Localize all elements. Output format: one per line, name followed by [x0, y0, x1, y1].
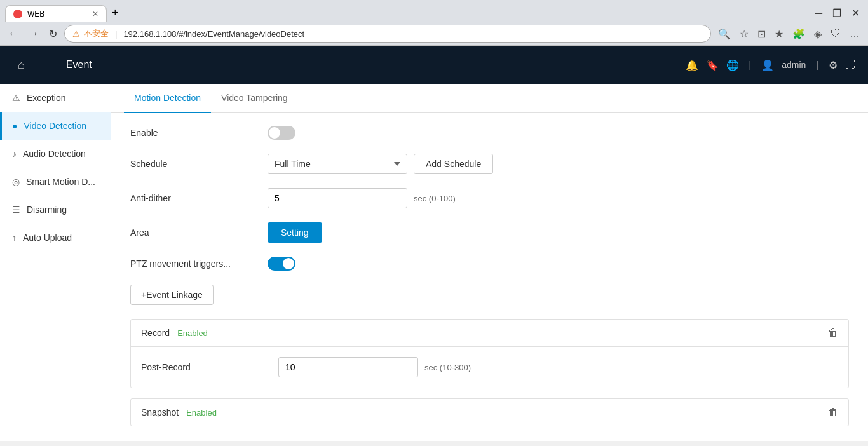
search-icon[interactable]: 🔍	[715, 26, 734, 42]
post-record-input[interactable]	[278, 357, 418, 377]
username: admin	[782, 60, 806, 70]
anti-dither-control: sec (0-100)	[268, 188, 456, 208]
security-warning: ⚠	[72, 29, 80, 39]
enable-label: Enable	[130, 128, 257, 138]
enable-control	[268, 126, 295, 140]
close-button[interactable]: ✕	[848, 5, 863, 21]
content-area: Motion Detection Video Tampering Enable	[111, 84, 868, 441]
record-delete-button[interactable]: 🗑	[828, 327, 838, 339]
warning-text: 不安全	[84, 28, 109, 39]
globe-icon[interactable]: 🌐	[726, 59, 739, 71]
action-bar: Apply Refresh Default	[130, 436, 849, 441]
ptz-toggle[interactable]	[268, 257, 295, 271]
tab-video-tampering[interactable]: Video Tampering	[211, 84, 298, 113]
schedule-label: Schedule	[130, 159, 257, 169]
toggle-slider	[268, 126, 295, 140]
area-label: Area	[130, 227, 257, 238]
sidebar-video-detection-label: Video Detection	[24, 121, 86, 131]
address-separator: |	[115, 29, 117, 39]
snapshot-status: Enabled	[186, 408, 217, 417]
header-title: Event	[66, 59, 92, 71]
disarming-icon: ☰	[12, 205, 20, 215]
browser-toolbar: ← → ↻ ⚠ 不安全 | 192.168.1.108/#/index/Even…	[0, 22, 868, 45]
sidebar-auto-upload-label: Auto Upload	[23, 233, 72, 243]
video-detection-icon: ●	[12, 121, 17, 131]
anti-dither-input[interactable]	[268, 188, 407, 208]
tab-close-button[interactable]: ✕	[92, 10, 98, 18]
exception-icon: ⚠	[12, 93, 20, 103]
tab-motion-detection[interactable]: Motion Detection	[124, 84, 211, 113]
auto-upload-icon: ↑	[12, 233, 17, 243]
anti-dither-label: Anti-dither	[130, 193, 257, 203]
bell-icon[interactable]: 🔔	[686, 59, 698, 71]
ptz-control	[268, 257, 295, 271]
fullscreen-icon[interactable]: ⛶	[845, 59, 855, 71]
app-header: ⌂ Event 🔔 🔖 🌐 | 👤 admin | ⚙ ⛶	[0, 46, 868, 84]
post-record-row: Post-Record sec (10-300)	[141, 357, 838, 377]
area-control: Setting	[268, 222, 322, 243]
enable-toggle[interactable]	[268, 126, 295, 140]
back-button[interactable]: ←	[5, 26, 22, 41]
snapshot-delete-button[interactable]: 🗑	[828, 407, 838, 418]
snapshot-card-header: Snapshot Enabled 🗑	[131, 399, 848, 426]
user-icon: 👤	[761, 59, 774, 71]
event-linkage-row: +Event Linkage	[130, 285, 849, 305]
main-layout: ⚠ Exception ● Video Detection ♪ Audio De…	[0, 84, 868, 441]
sidebar-item-audio-detection[interactable]: ♪ Audio Detection	[0, 140, 111, 168]
event-linkage-button[interactable]: +Event Linkage	[130, 285, 214, 305]
sidebar-item-auto-upload[interactable]: ↑ Auto Upload	[0, 224, 111, 252]
header-user-divider: |	[749, 60, 752, 70]
ptz-toggle-slider	[268, 257, 295, 271]
post-record-label: Post-Record	[141, 362, 268, 372]
audio-detection-icon: ♪	[12, 149, 17, 159]
new-tab-button[interactable]: +	[107, 4, 124, 22]
home-button[interactable]: ⌂	[13, 56, 30, 74]
record-title: Record	[141, 328, 170, 338]
record-card-body: Post-Record sec (10-300)	[131, 346, 848, 388]
sidebar-item-smart-motion[interactable]: ◎ Smart Motion D...	[0, 168, 111, 196]
sidebar-item-exception[interactable]: ⚠ Exception	[0, 84, 111, 112]
sidebar-audio-detection-label: Audio Detection	[23, 149, 86, 159]
ptz-label: PTZ movement triggers...	[130, 259, 257, 269]
app-container: ⌂ Event 🔔 🔖 🌐 | 👤 admin | ⚙ ⛶ ⚠ Exceptio…	[0, 46, 868, 441]
copilot-icon[interactable]: ◈	[811, 26, 825, 42]
tabs-bar: Motion Detection Video Tampering	[111, 84, 868, 113]
more-tools-icon[interactable]: …	[846, 26, 863, 41]
browser-shield-icon[interactable]: 🛡	[827, 26, 844, 41]
schedule-select[interactable]: Full Time Custom	[268, 154, 407, 174]
address-bar[interactable]: ⚠ 不安全 | 192.168.1.108/#/index/EventManag…	[64, 25, 711, 43]
settings-icon[interactable]: ⚙	[829, 59, 837, 71]
browser-titlebar: WEB ✕ + ─ ❐ ✕	[0, 0, 868, 22]
browser-tabs: WEB ✕ +	[5, 4, 124, 22]
snapshot-card: Snapshot Enabled 🗑	[130, 398, 849, 426]
record-card: Record Enabled 🗑 Post-Record sec (10-300…	[130, 319, 849, 388]
sidebar-disarming-label: Disarming	[27, 205, 67, 215]
reload-button[interactable]: ↻	[46, 26, 60, 42]
restore-button[interactable]: ❐	[829, 5, 844, 21]
minimize-button[interactable]: ─	[812, 5, 825, 21]
browser-tab[interactable]: WEB ✕	[5, 5, 107, 22]
collections-icon[interactable]: ⊡	[754, 26, 769, 42]
extensions-icon[interactable]: 🧩	[789, 26, 808, 42]
area-setting-button[interactable]: Setting	[268, 222, 322, 243]
header-right: 🔔 🔖 🌐 | 👤 admin | ⚙ ⛶	[686, 59, 855, 71]
address-url: 192.168.1.108/#/index/EventManage/videoD…	[123, 29, 304, 39]
favorites-icon[interactable]: ★	[771, 26, 787, 42]
anti-dither-hint: sec (0-100)	[414, 194, 456, 203]
post-record-control: sec (10-300)	[278, 357, 471, 377]
forward-button[interactable]: →	[25, 26, 42, 41]
record-card-header: Record Enabled 🗑	[131, 320, 848, 346]
bookmark-icon[interactable]: ☆	[736, 26, 752, 42]
form-content: Enable Schedule Full Time Custom	[111, 113, 868, 441]
header-divider	[48, 55, 48, 74]
bookmark-header-icon[interactable]: 🔖	[706, 59, 719, 71]
smart-motion-icon: ◎	[12, 177, 20, 187]
add-schedule-button[interactable]: Add Schedule	[414, 154, 493, 174]
sidebar-item-disarming[interactable]: ☰ Disarming	[0, 196, 111, 224]
snapshot-title: Snapshot	[141, 407, 179, 417]
post-record-hint: sec (10-300)	[424, 363, 471, 372]
sidebar-item-video-detection[interactable]: ● Video Detection	[0, 112, 111, 140]
enable-row: Enable	[130, 126, 849, 140]
schedule-control: Full Time Custom Add Schedule	[268, 154, 493, 174]
header-settings-divider: |	[816, 60, 818, 70]
